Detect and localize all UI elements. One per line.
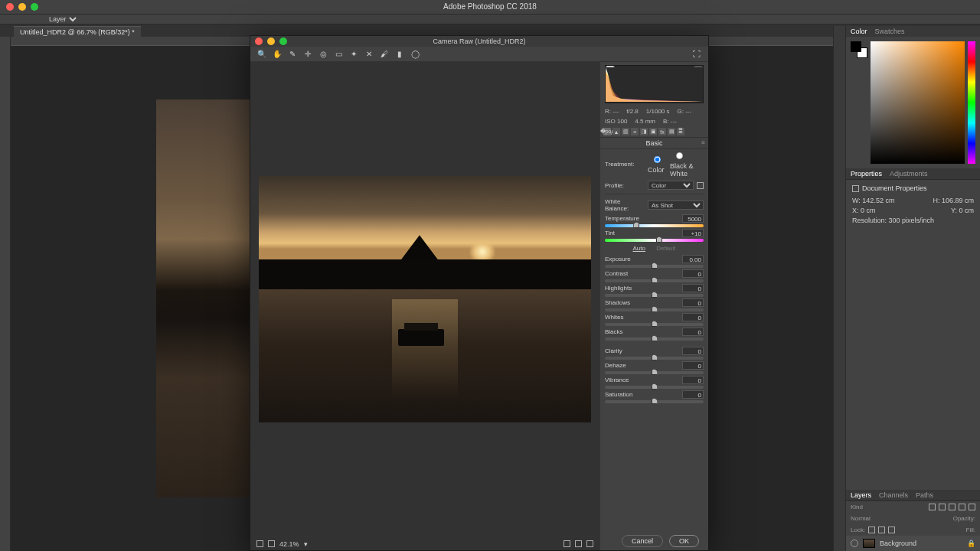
filter-smart-icon[interactable] xyxy=(969,504,975,510)
craw-close-icon[interactable] xyxy=(255,37,263,45)
zoom-window-icon[interactable] xyxy=(31,3,38,11)
color-field[interactable] xyxy=(871,41,965,164)
histogram[interactable] xyxy=(605,65,704,103)
highlights-slider[interactable]: Highlights0 xyxy=(600,283,708,298)
layer-thumbnail[interactable] xyxy=(863,539,875,548)
temperature-slider[interactable]: Temperature5000 xyxy=(600,214,708,228)
lock-position-icon[interactable] xyxy=(888,527,895,533)
curve-tab-icon[interactable]: ▲ xyxy=(612,128,620,135)
panel-rail[interactable] xyxy=(833,26,845,551)
panel-menu-icon[interactable]: ≡ xyxy=(701,139,705,146)
contrast-value[interactable]: 0 xyxy=(682,269,704,278)
saturation-slider[interactable]: Saturation0 xyxy=(600,390,708,404)
dehaze-slider[interactable]: Dehaze0 xyxy=(600,360,708,375)
shadows-slider[interactable]: Shadows0 xyxy=(600,298,708,312)
minimize-window-icon[interactable] xyxy=(18,3,26,11)
tab-swatches[interactable]: Swatches xyxy=(875,28,905,35)
filter-shape-icon[interactable] xyxy=(959,504,965,510)
blacks-slider[interactable]: Blacks0 xyxy=(600,327,708,341)
swap-icon[interactable] xyxy=(575,540,582,547)
layer-target-select[interactable]: Layer xyxy=(46,15,79,24)
exposure-value[interactable]: 0.00 xyxy=(682,255,704,263)
clarity-value[interactable]: 0 xyxy=(682,347,704,355)
ok-button[interactable]: OK xyxy=(669,535,699,547)
clarity-slider[interactable]: Clarity0 xyxy=(600,346,708,360)
treatment-bw-radio[interactable]: Black & White xyxy=(670,151,704,178)
zoom-tool-icon[interactable]: 🔍 xyxy=(256,49,267,60)
cancel-button[interactable]: Cancel xyxy=(622,535,663,547)
whites-slider[interactable]: Whites0 xyxy=(600,312,708,327)
basic-tab-icon[interactable]: �род xyxy=(603,128,611,135)
window-traffic-lights[interactable] xyxy=(6,3,38,11)
white-balance-select[interactable]: As Shot xyxy=(648,201,704,210)
hand-tool-icon[interactable]: ✋ xyxy=(272,49,283,60)
foreground-color-swatch[interactable] xyxy=(851,41,861,52)
tab-properties[interactable]: Properties xyxy=(851,170,882,178)
presets-tab-icon[interactable]: ≣ xyxy=(677,128,684,135)
split-tab-icon[interactable]: ◨ xyxy=(640,128,648,135)
whites-value[interactable]: 0 xyxy=(682,313,704,321)
tint-value[interactable]: +10 xyxy=(682,229,704,237)
fx-tab-icon[interactable]: fx xyxy=(658,128,666,135)
menu-icon[interactable] xyxy=(586,540,593,547)
vibrance-slider[interactable]: Vibrance0 xyxy=(600,375,708,390)
temperature-value[interactable]: 5000 xyxy=(682,214,704,223)
layer-row[interactable]: Background 🔒 xyxy=(846,536,980,551)
preview-image[interactable] xyxy=(259,176,591,422)
detail-tab-icon[interactable]: ▥ xyxy=(622,128,629,135)
shadows-value[interactable]: 0 xyxy=(682,298,704,307)
tint-slider[interactable]: Tint+10 xyxy=(600,228,708,243)
red-eye-tool-icon[interactable]: ✕ xyxy=(364,49,374,60)
spot-removal-tool-icon[interactable]: ✦ xyxy=(348,49,359,60)
before-after-icon[interactable] xyxy=(564,540,570,547)
transform-tool-icon[interactable]: ▭ xyxy=(333,49,344,60)
color-sampler-tool-icon[interactable]: ✛ xyxy=(302,49,313,60)
zoom-fill-icon[interactable] xyxy=(268,540,275,547)
filter-type-icon[interactable] xyxy=(949,504,956,510)
zoom-fit-icon[interactable] xyxy=(256,540,263,547)
treatment-color-radio[interactable]: Color xyxy=(648,155,667,174)
tab-layers[interactable]: Layers xyxy=(851,491,871,499)
radial-filter-icon[interactable]: ◯ xyxy=(410,49,420,60)
filter-adjust-icon[interactable] xyxy=(939,504,946,510)
white-balance-tool-icon[interactable]: ✎ xyxy=(287,49,298,60)
contrast-slider[interactable]: Contrast0 xyxy=(600,269,708,283)
auto-button[interactable]: Auto xyxy=(632,245,645,252)
lens-tab-icon[interactable]: ▣ xyxy=(649,128,657,135)
highlights-value[interactable]: 0 xyxy=(682,284,704,292)
fg-bg-swatch[interactable] xyxy=(851,41,867,58)
close-window-icon[interactable] xyxy=(6,3,14,11)
zoom-dropdown-icon[interactable]: ▾ xyxy=(304,540,308,548)
adjustment-brush-icon[interactable]: 🖌 xyxy=(379,49,390,60)
target-adjust-tool-icon[interactable]: ◎ xyxy=(318,49,328,60)
layer-name[interactable]: Background xyxy=(880,540,916,547)
tool-strip[interactable] xyxy=(0,37,11,551)
profile-select[interactable]: Color xyxy=(648,181,694,190)
tab-channels[interactable]: Channels xyxy=(879,491,908,499)
exposure-slider[interactable]: Exposure0.00 xyxy=(600,254,708,269)
camera-raw-titlebar[interactable]: Camera Raw (Untitled_HDR2) xyxy=(250,36,708,47)
toggle-fullscreen-icon[interactable]: ⛶ xyxy=(691,49,702,60)
color-cursor-icon[interactable] xyxy=(893,153,900,159)
blacks-value[interactable]: 0 xyxy=(682,328,704,336)
saturation-value[interactable]: 0 xyxy=(682,390,704,399)
default-button[interactable]: Default xyxy=(656,245,675,252)
tab-paths[interactable]: Paths xyxy=(916,491,933,499)
graduated-filter-icon[interactable]: ▮ xyxy=(394,49,405,60)
dehaze-value[interactable]: 0 xyxy=(682,361,704,370)
visibility-icon[interactable] xyxy=(851,540,858,547)
profile-browser-icon[interactable] xyxy=(697,182,704,189)
lock-pixels-icon[interactable] xyxy=(878,527,885,533)
document-tab[interactable]: Untitled_HDR2 @ 66.7% (RGB/32*) * xyxy=(14,26,141,37)
filter-pixel-icon[interactable] xyxy=(929,504,936,510)
lock-transparency-icon[interactable] xyxy=(868,527,875,533)
tab-adjustments[interactable]: Adjustments xyxy=(890,170,928,178)
craw-zoom-icon[interactable] xyxy=(279,37,287,45)
tab-color[interactable]: Color xyxy=(851,28,867,35)
craw-minimize-icon[interactable] xyxy=(267,37,275,45)
calib-tab-icon[interactable]: ▤ xyxy=(668,128,675,135)
blend-mode-select[interactable]: Normal xyxy=(851,515,871,522)
vibrance-value[interactable]: 0 xyxy=(682,376,704,384)
hue-slider[interactable] xyxy=(968,41,975,164)
zoom-level[interactable]: 42.1% xyxy=(279,540,299,548)
